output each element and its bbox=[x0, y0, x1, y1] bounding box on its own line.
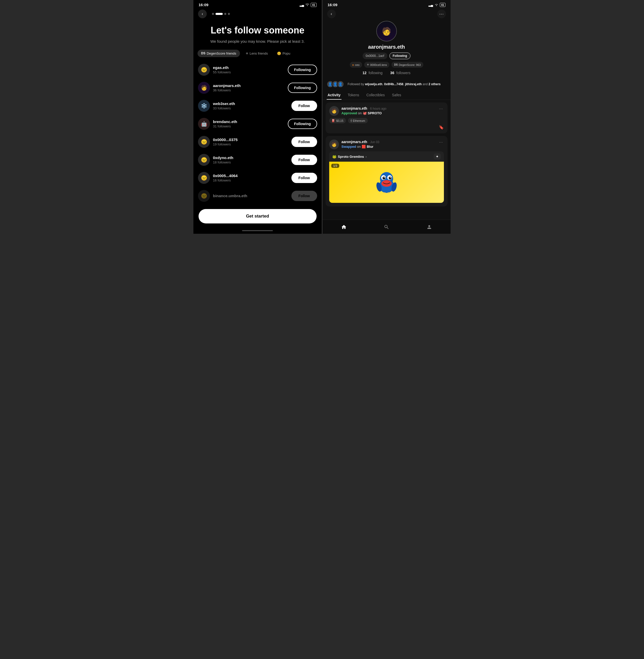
status-icons-right: ▂▄ 41 bbox=[429, 3, 445, 7]
dot-1 bbox=[212, 13, 214, 15]
user-followers-aaronjmars: 36 followers bbox=[213, 88, 285, 92]
nav-profile[interactable] bbox=[424, 222, 434, 232]
user-info-0xdyno: 0xdyno.eth 18 followers bbox=[213, 155, 288, 164]
filter-tab-degenscore[interactable]: DS DegenScore friends bbox=[198, 50, 240, 57]
avatar-brendanc: 🤖 bbox=[198, 118, 210, 130]
chip-price-1: ⛽ $3,15 bbox=[329, 118, 346, 123]
user-name-brendanc: brendanc.eth bbox=[213, 119, 285, 124]
stat-followers[interactable]: 36 followers bbox=[390, 71, 411, 75]
time-left: 16:09 bbox=[199, 3, 208, 7]
more-options-button[interactable]: ··· bbox=[437, 9, 446, 18]
user-item-6: 😐 0x0005...4064 16 followers Follow bbox=[193, 169, 322, 187]
user-info-aaronjmars: aaronjmars.eth 36 followers bbox=[213, 83, 285, 92]
user-followers-egas: 55 followers bbox=[213, 70, 285, 74]
follow-button-binance[interactable]: Follow bbox=[292, 191, 317, 201]
stat-following[interactable]: 12 following bbox=[362, 71, 383, 75]
activity-card-1: 🧑 aaronjmars.eth · 6 hours ago Approved … bbox=[326, 103, 448, 133]
left-nav: ‹ bbox=[193, 8, 322, 21]
nft-card: 🐸 Sproto Gremlins › ✦ 1/3 bbox=[329, 151, 444, 203]
badge-ds-icon: DS bbox=[394, 63, 398, 66]
nft-badge: 1/3 bbox=[331, 164, 339, 168]
badge-ceo: n ceo bbox=[350, 62, 362, 68]
follow-button-0xdyno[interactable]: Follow bbox=[292, 155, 317, 165]
phone-left: 16:09 ▂▄ 41 ‹ bbox=[193, 0, 323, 234]
profile-tags: 0x0000...1acf Following bbox=[363, 52, 411, 59]
tab-activity[interactable]: Activity bbox=[327, 90, 342, 100]
user-info-0375: 0x0000...0375 19 followers bbox=[213, 137, 288, 146]
degenscore-icon: DS bbox=[201, 51, 206, 55]
user-item-3: 🤖 brendanc.eth 31 followers Following bbox=[193, 115, 322, 133]
follow-button-egas[interactable]: Following bbox=[288, 65, 317, 75]
signal-icon-left: ▂▄ bbox=[300, 3, 304, 7]
chevron-right-icon: › bbox=[366, 155, 367, 158]
follow-button-web3ser[interactable]: Follow bbox=[292, 101, 317, 111]
more-button-card-1[interactable]: ··· bbox=[438, 106, 444, 111]
lens-icon: ✳ bbox=[246, 51, 249, 56]
chip-network-1: ⟠ Ethereum bbox=[348, 118, 368, 123]
follow-button-0375[interactable]: Follow bbox=[292, 137, 317, 147]
user-name-binance: binance.umbra.eth bbox=[213, 194, 288, 198]
nav-home[interactable] bbox=[339, 222, 348, 232]
activity-meta-2: aaronjmars.eth · Jun 03 Swapped on 🟥 Blu… bbox=[342, 139, 435, 149]
avatar-0xdyno: 😐 bbox=[198, 154, 210, 166]
battery-left: 41 bbox=[311, 3, 316, 7]
back-button-left[interactable]: ‹ bbox=[198, 9, 207, 18]
activity-time-2: Jun 03 bbox=[370, 140, 380, 144]
right-nav: ‹ ··· bbox=[323, 8, 451, 21]
bookmark-button-1[interactable]: 🔖 bbox=[329, 125, 444, 130]
back-button-right[interactable]: ‹ bbox=[327, 9, 336, 18]
following-count: 12 bbox=[362, 71, 367, 75]
user-item-0: 😐 egas.eth 55 followers Following bbox=[193, 61, 322, 79]
followed-avatar-3: 👤 bbox=[337, 81, 344, 88]
user-info-egas: egas.eth 55 followers bbox=[213, 65, 285, 74]
nav-search[interactable] bbox=[382, 222, 391, 232]
badge-lens: ✳ 0000ce0.lens bbox=[364, 62, 389, 68]
svg-rect-11 bbox=[384, 192, 386, 194]
filter-tabs: DS DegenScore friends ✳ Lens friends 😊 P… bbox=[193, 47, 322, 60]
filter-tab-lens[interactable]: ✳ Lens friends bbox=[242, 50, 272, 57]
profile-section: 🧑 aaronjmars.eth 0x0000...1acf Following… bbox=[323, 21, 451, 81]
following-text: Following bbox=[393, 54, 407, 58]
svg-rect-12 bbox=[387, 192, 389, 194]
activity-header-1: 🧑 aaronjmars.eth · 6 hours ago Approved … bbox=[329, 106, 444, 116]
tab-tokens[interactable]: Tokens bbox=[347, 90, 360, 100]
more-button-card-2[interactable]: ··· bbox=[438, 139, 444, 145]
hero-title: Let's follow someone bbox=[201, 25, 315, 36]
tab-collectibles[interactable]: Collectibles bbox=[365, 90, 386, 100]
user-info-binance: binance.umbra.eth bbox=[213, 194, 288, 198]
activity-meta-1: aaronjmars.eth · 6 hours ago Approved on… bbox=[342, 106, 435, 115]
get-started-button[interactable]: Get started bbox=[199, 209, 317, 223]
signal-icon-right: ▂▄ bbox=[429, 3, 433, 7]
avatar-egas: 😐 bbox=[198, 64, 210, 76]
home-indicator-left bbox=[193, 228, 322, 234]
phone-right: 16:09 ▂▄ 41 ‹ ··· 🧑 aaronjmars. bbox=[323, 0, 451, 234]
action-type-1: Approved bbox=[342, 111, 357, 115]
follow-button-brendanc[interactable]: Following bbox=[288, 119, 317, 129]
svg-point-7 bbox=[384, 177, 385, 178]
nft-header: 🐸 Sproto Gremlins › ✦ bbox=[329, 151, 444, 162]
user-item-5: 😐 0xdyno.eth 18 followers Follow bbox=[193, 151, 322, 169]
activity-tabs: Activity Tokens Collectibles Safes bbox=[323, 90, 451, 100]
follow-button-0x4064[interactable]: Follow bbox=[292, 173, 317, 183]
filter-tab-popular[interactable]: 😊 Popu bbox=[273, 50, 294, 57]
badge-ceo-label: ceo bbox=[355, 63, 360, 66]
svg-point-2 bbox=[382, 180, 392, 187]
status-icons-left: ▂▄ 41 bbox=[300, 3, 317, 7]
address-tag[interactable]: 0x0000...1acf bbox=[363, 52, 387, 59]
user-followers-0375: 19 followers bbox=[213, 142, 288, 146]
address-text: 0x0000...1acf bbox=[366, 54, 384, 58]
wifi-icon-right bbox=[434, 3, 438, 7]
dot-4 bbox=[228, 13, 230, 15]
tab-safes[interactable]: Safes bbox=[391, 90, 402, 100]
following-tag[interactable]: Following bbox=[389, 52, 411, 59]
svg-point-8 bbox=[390, 177, 391, 178]
activity-action-2: Swapped on 🟥 Blur bbox=[342, 145, 435, 149]
user-followers-0x4064: 16 followers bbox=[213, 178, 288, 182]
badge-lens-icon: ✳ bbox=[367, 63, 369, 66]
activity-header-2: 🧑 aaronjmars.eth · Jun 03 Swapped on 🟥 B… bbox=[329, 139, 444, 149]
nft-sparkle-button[interactable]: ✦ bbox=[434, 153, 441, 160]
home-bar-left bbox=[242, 230, 273, 231]
follow-button-aaronjmars[interactable]: Following bbox=[288, 83, 317, 93]
get-started-bar: Get started bbox=[193, 206, 322, 228]
activity-time-1: 6 hours ago bbox=[370, 107, 386, 110]
